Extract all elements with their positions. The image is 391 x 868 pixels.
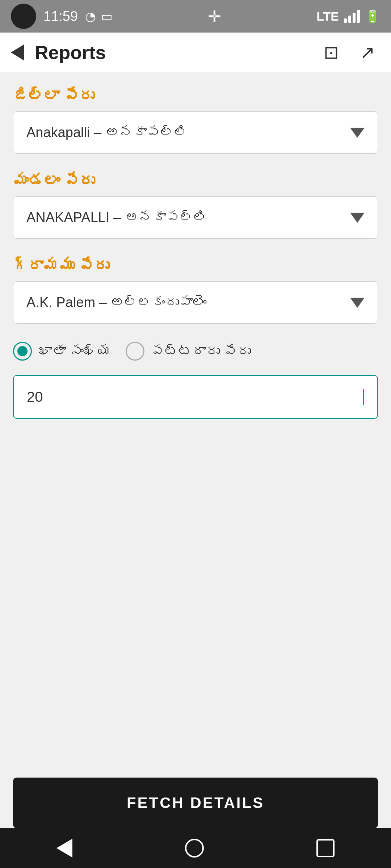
radio-option-pattadar-name[interactable]: పట్టదారు పేరు — [126, 342, 251, 361]
status-right: LTE 🔋 — [316, 9, 380, 24]
district-label: జిల్లా పేరు — [13, 87, 378, 104]
village-section: గ్రామము పేరు A.K. Palem – అల్లకందుపాలెం — [13, 257, 378, 324]
nav-home-icon — [185, 839, 204, 858]
back-arrow-icon — [11, 44, 24, 60]
radio-inner-filled — [17, 346, 28, 356]
nav-back-icon — [56, 839, 72, 858]
mandal-chevron-icon — [350, 213, 365, 223]
district-section: జిల్లా పేరు Anakapalli – అనకాపల్లి — [13, 87, 378, 154]
mandal-selected-value: ANAKAPALLI – అనకాపల్లి — [26, 210, 207, 225]
nav-recent-button[interactable] — [316, 839, 335, 857]
app-bar-left: Reports — [11, 42, 106, 63]
status-left: 11:59 ◔ ▭ — [11, 4, 113, 29]
nav-recent-icon — [316, 839, 335, 857]
share-icon: ↗ — [360, 42, 375, 63]
village-chevron-icon — [350, 298, 365, 308]
nav-home-button[interactable] — [185, 839, 204, 858]
nav-back-button[interactable] — [56, 839, 72, 858]
account-number-input-wrapper[interactable] — [13, 375, 378, 419]
radio-button-pattadar-name[interactable] — [126, 342, 144, 361]
bottom-bar: FETCH DETAILS — [0, 778, 391, 828]
page-title: Reports — [35, 42, 106, 63]
district-dropdown[interactable]: Anakapalli – అనకాపల్లి — [13, 111, 378, 154]
radio-group: ఖాతా సంఖ్య పట్టదారు పేరు — [13, 342, 378, 361]
account-number-input[interactable] — [27, 389, 362, 405]
signal-icon — [344, 10, 360, 23]
mandal-section: మండలం పేరు ANAKAPALLI – అనకాపల్లి — [13, 172, 378, 239]
screen-timeout-icon: ◔ — [85, 9, 96, 24]
share-button[interactable]: ↗ — [355, 40, 380, 65]
status-bar: 11:59 ◔ ▭ ✛ LTE 🔋 — [0, 0, 391, 33]
content-area: జిల్లా పేరు Anakapalli – అనకాపల్లి మండలం… — [0, 72, 391, 828]
fetch-details-button[interactable]: FETCH DETAILS — [13, 778, 378, 828]
village-label: గ్రామము పేరు — [13, 257, 378, 274]
app-bar-actions: ⊡ ↗ — [319, 40, 380, 65]
village-dropdown[interactable]: A.K. Palem – అల్లకందుపాలెం — [13, 281, 378, 324]
back-button[interactable] — [11, 44, 24, 60]
center-icon: ✛ — [208, 7, 221, 26]
radio-button-account-number[interactable] — [13, 342, 32, 361]
radio-label-pattadar-name: పట్టదారు పేరు — [151, 344, 251, 359]
mandal-dropdown[interactable]: ANAKAPALLI – అనకాపల్లి — [13, 196, 378, 239]
status-system-icons: ◔ ▭ — [85, 9, 113, 24]
mandal-label: మండలం పేరు — [13, 172, 378, 189]
district-selected-value: Anakapalli – అనకాపల్లి — [26, 125, 188, 140]
lte-label: LTE — [316, 9, 339, 24]
edit-icon: ⊡ — [324, 42, 339, 63]
district-chevron-icon — [350, 128, 365, 138]
radio-label-account-number: ఖాతా సంఖ్య — [38, 344, 111, 359]
radio-option-account-number[interactable]: ఖాతా సంఖ్య — [13, 342, 111, 361]
app-bar: Reports ⊡ ↗ — [0, 33, 391, 72]
text-cursor — [363, 389, 364, 405]
status-circle-icon — [11, 4, 36, 29]
sd-card-icon: ▭ — [101, 9, 113, 24]
status-time: 11:59 — [43, 9, 78, 24]
battery-icon: 🔋 — [365, 9, 380, 24]
bottom-navigation — [0, 828, 391, 868]
edit-button[interactable]: ⊡ — [319, 40, 344, 65]
village-selected-value: A.K. Palem – అల్లకందుపాలెం — [26, 295, 206, 310]
